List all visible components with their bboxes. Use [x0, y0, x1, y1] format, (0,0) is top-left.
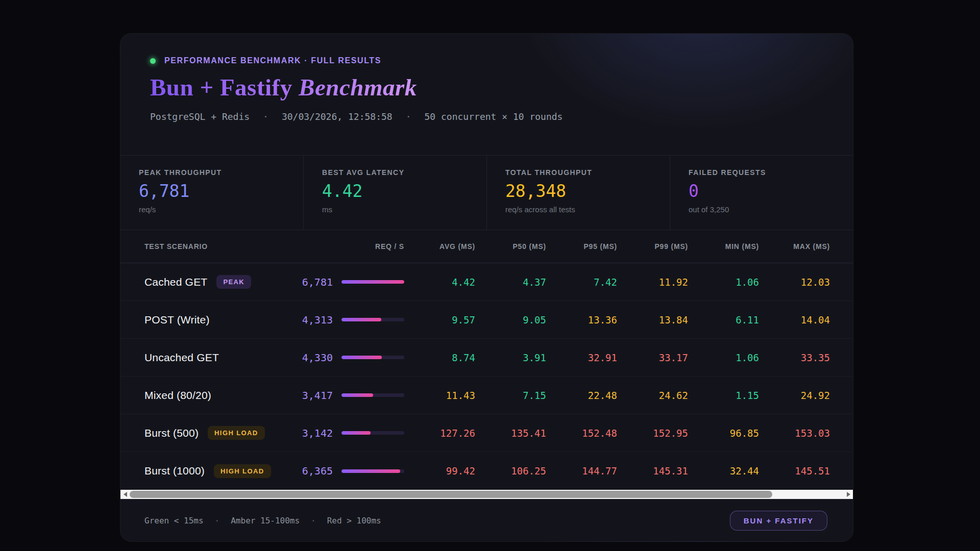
- table-row: Burst (1000) HIGH LOAD 6,365 99.42106.25…: [120, 452, 853, 490]
- column-header-min: MIN (MS): [688, 242, 759, 251]
- throughput-bar-fill: [341, 469, 400, 473]
- meta-stack: PostgreSQL + Redis: [150, 111, 250, 122]
- latency-cell: 145.51: [759, 465, 830, 477]
- latency-cell: 7.15: [475, 390, 546, 401]
- stat-unit: req/s across all tests: [505, 205, 654, 214]
- throughput-bar-fill: [341, 431, 371, 435]
- reqs-value: 3,417: [302, 389, 333, 402]
- reqs-cell: 4,330: [287, 352, 404, 364]
- scrollbar-track[interactable]: [130, 490, 844, 499]
- scenario-cell: Cached GET PEAK: [144, 275, 287, 289]
- card-footer: Green < 15ms · Amber 15-100ms · Red > 10…: [120, 499, 853, 541]
- latency-cell: 4.37: [475, 277, 546, 288]
- legend-green: Green < 15ms: [144, 516, 204, 525]
- scenario-name: POST (Write): [144, 314, 210, 326]
- card-header: PERFORMANCE BENCHMARK · FULL RESULTS Bun…: [120, 34, 853, 155]
- scenario-badge: HIGH LOAD: [214, 464, 271, 478]
- latency-cell: 11.92: [617, 277, 688, 288]
- latency-cell: 152.95: [617, 428, 688, 439]
- legend-separator: ·: [311, 516, 316, 525]
- stats-strip: PEAK THROUGHPUT 6,781 req/s BEST AVG LAT…: [120, 155, 853, 230]
- stat-value: 4.42: [322, 181, 471, 201]
- latency-cell: 33.35: [759, 352, 830, 363]
- stat-label: BEST AVG LATENCY: [322, 168, 471, 177]
- throughput-bar-fill: [341, 280, 404, 284]
- stat-unit: req/s: [139, 205, 288, 214]
- stat-unit: out of 3,250: [689, 205, 838, 214]
- latency-cell: 32.91: [546, 352, 617, 363]
- column-header-req-s: REQ / S: [287, 242, 404, 251]
- throughput-bar-track: [341, 280, 404, 284]
- throughput-bar-track: [341, 469, 404, 473]
- scenario-name: Uncached GET: [144, 352, 219, 364]
- latency-cell: 6.11: [688, 314, 759, 325]
- latency-cell: 152.48: [546, 428, 617, 439]
- column-header-p95: P95 (MS): [546, 242, 617, 251]
- latency-cell: 24.92: [759, 390, 830, 401]
- latency-cell: 153.03: [759, 428, 830, 439]
- status-dot-icon: [150, 58, 156, 64]
- reqs-cell: 6,781: [287, 276, 404, 288]
- legend-red: Red > 100ms: [327, 516, 381, 525]
- page-title-italic: Benchmark: [299, 74, 417, 101]
- reqs-cell: 6,365: [287, 465, 404, 477]
- benchmark-card: PERFORMANCE BENCHMARK · FULL RESULTS Bun…: [120, 33, 853, 542]
- scenario-cell: POST (Write): [144, 314, 287, 326]
- reqs-value: 3,142: [302, 427, 333, 439]
- legend-separator: ·: [215, 516, 220, 525]
- latency-cell: 145.31: [617, 465, 688, 477]
- latency-cell: 11.43: [404, 390, 475, 401]
- stat-peak-throughput: PEAK THROUGHPUT 6,781 req/s: [120, 156, 303, 230]
- meta-timestamp: 30/03/2026, 12:58:58: [282, 111, 393, 122]
- latency-cell: 135.41: [475, 428, 546, 439]
- meta-separator: ·: [406, 111, 411, 122]
- stat-failed-requests: FAILED REQUESTS 0 out of 3,250: [670, 156, 853, 230]
- column-header-max: MAX (MS): [759, 242, 830, 251]
- scenario-name: Mixed (80/20): [144, 389, 211, 402]
- latency-cell: 12.03: [759, 277, 830, 288]
- scenario-name: Cached GET: [144, 276, 207, 288]
- latency-color-legend: Green < 15ms · Amber 15-100ms · Red > 10…: [144, 516, 381, 525]
- stat-unit: ms: [322, 205, 471, 214]
- throughput-bar-track: [341, 431, 404, 435]
- latency-cell: 32.44: [688, 465, 759, 477]
- scrollbar-left-arrow-icon[interactable]: [120, 490, 130, 499]
- run-meta: PostgreSQL + Redis · 30/03/2026, 12:58:5…: [150, 111, 824, 122]
- scenario-badge: PEAK: [216, 275, 251, 289]
- stat-value: 0: [689, 181, 838, 201]
- latency-cell: 22.48: [546, 390, 617, 401]
- legend-amber: Amber 15-100ms: [231, 516, 300, 525]
- latency-cell: 1.06: [688, 277, 759, 288]
- meta-separator: ·: [263, 111, 268, 122]
- meta-load-config: 50 concurrent × 10 rounds: [425, 111, 563, 122]
- page-title: Bun + Fastify Benchmark: [150, 73, 417, 101]
- latency-cell: 7.42: [546, 277, 617, 288]
- scrollbar-right-arrow-icon[interactable]: [844, 490, 853, 499]
- latency-cell: 96.85: [688, 428, 759, 439]
- latency-cell: 1.15: [688, 390, 759, 401]
- reqs-value: 6,365: [302, 465, 333, 477]
- reqs-cell: 3,142: [287, 427, 404, 439]
- horizontal-scrollbar[interactable]: [120, 490, 853, 499]
- reqs-cell: 3,417: [287, 389, 404, 402]
- stat-label: FAILED REQUESTS: [689, 168, 838, 177]
- latency-cell: 9.57: [404, 314, 475, 325]
- reqs-cell: 4,313: [287, 314, 404, 326]
- scenario-cell: Burst (1000) HIGH LOAD: [144, 464, 287, 478]
- latency-cell: 144.77: [546, 465, 617, 477]
- throughput-bar-track: [341, 356, 404, 359]
- stat-label: TOTAL THROUGHPUT: [505, 168, 654, 177]
- scrollbar-thumb[interactable]: [130, 491, 772, 498]
- latency-cell: 127.26: [404, 428, 475, 439]
- table-header-row: TEST SCENARIO REQ / S AVG (MS) P50 (MS) …: [120, 230, 853, 263]
- stack-badge-button[interactable]: BUN + FASTIFY: [730, 511, 827, 531]
- scenario-name: Burst (500): [144, 427, 199, 439]
- latency-cell: 24.62: [617, 390, 688, 401]
- throughput-bar-track: [341, 318, 404, 321]
- throughput-bar-fill: [341, 393, 373, 397]
- latency-cell: 8.74: [404, 352, 475, 363]
- reqs-value: 4,313: [302, 314, 333, 326]
- throughput-bar-fill: [341, 356, 382, 359]
- eyebrow-label: PERFORMANCE BENCHMARK · FULL RESULTS: [164, 56, 381, 65]
- table-row: Cached GET PEAK 6,781 4.424.377.4211.921…: [120, 263, 853, 301]
